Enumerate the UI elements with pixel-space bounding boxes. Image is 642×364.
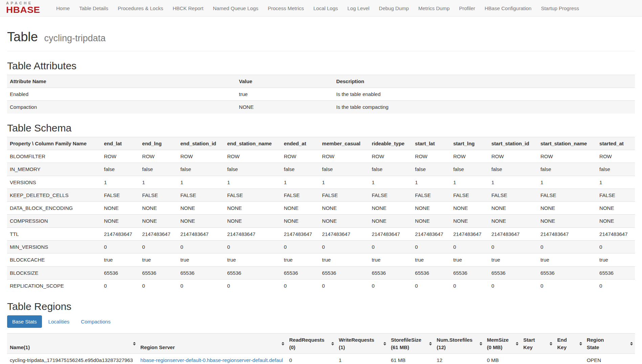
header-line: Region [587,336,627,343]
region-cell-name: cycling-tripdata,,1719475156245.e95d0a13… [7,354,138,364]
attr-col-attribute-name: Attribute Name [7,75,236,88]
schema-family-end-lng: end_lng [139,137,178,150]
nav-item-metrics-dump[interactable]: Metrics Dump [414,1,455,16]
schema-value: NONE [450,202,489,215]
schema-value: NONE [139,202,178,215]
regions-col-name-1[interactable]: Name(1) [7,334,138,354]
nav-item-local-logs-wrap: Local Logs [309,1,343,16]
nav-item-table-details[interactable]: Table Details [74,1,113,16]
schema-value: FALSE [538,189,597,201]
title-divider [7,51,635,51]
section-heading-attributes: Table Attributes [7,60,635,71]
regions-col-storefilesize-61-mb[interactable]: StorefileSize(61 MB) [388,334,434,354]
hbase-logo[interactable]: APACHE HBASE [6,1,44,15]
regions-col-readrequests-0[interactable]: ReadRequests(0) [286,334,336,354]
schema-value: 1 [139,176,178,189]
schema-property: MIN_VERSIONS [7,241,101,253]
page-title: Table [7,30,38,44]
regions-col-region-state[interactable]: RegionState [584,334,635,354]
schema-value: false [101,163,139,176]
schema-value: FALSE [597,189,635,201]
schema-value: 0 [412,279,450,292]
schema-value: NONE [538,215,597,227]
sort-arrows-icon[interactable] [579,342,582,345]
schema-value: 1 [178,176,224,189]
sort-arrows-icon[interactable] [429,342,432,345]
nav-item-process-metrics[interactable]: Process Metrics [263,1,309,16]
table-row: VERSIONS111111111111 [7,176,635,189]
schema-value: false [178,163,224,176]
sort-arrows-icon[interactable] [331,342,334,345]
regions-col-start-key[interactable]: StartKey [521,334,554,354]
nav-item-named-queue-logs-wrap: Named Queue Logs [208,1,263,16]
nav-item-startup-progress-wrap: Startup Progress [536,1,584,16]
nav-item-profiler[interactable]: Profiler [455,1,480,16]
attr-col-value: Value [236,75,334,88]
sort-arrows-icon[interactable] [282,342,284,345]
schema-value: 2147483647 [139,227,178,240]
nav-item-debug-dump[interactable]: Debug Dump [374,1,414,16]
nav-item-startup-progress[interactable]: Startup Progress [536,1,584,16]
schema-property: COMPRESSION [7,215,101,227]
sort-arrows-icon[interactable] [516,342,518,345]
section-heading-regions: Table Regions [7,301,635,312]
schema-value: NONE [178,215,224,227]
regions-col-num-storefiles-12[interactable]: Num.Storefiles(12) [434,334,484,354]
nav-item-hbase-configuration[interactable]: HBase Configuration [480,1,536,16]
schema-value: false [319,163,369,176]
sort-arrows-icon[interactable] [480,342,482,345]
nav-item-hbck-report[interactable]: HBCK Report [168,1,208,16]
schema-family-member-casual: member_casual [319,137,369,150]
schema-value: 65536 [224,266,281,279]
regions-table: Name(1)Region ServerReadRequests(0)Write… [7,333,635,364]
section-heading-schema: Table Schema [7,122,635,134]
tab-base-stats[interactable]: Base Stats [7,315,42,328]
header-line: State [587,344,627,351]
table-row: TTL2147483647214748364721474836472147483… [7,227,635,240]
tab-compactions[interactable]: Compactions [76,315,116,328]
schema-value: 1 [224,176,281,189]
nav-item-named-queue-logs[interactable]: Named Queue Logs [208,1,263,16]
schema-value: 2147483647 [101,227,139,240]
table-row: DATA_BLOCK_ENCODINGNONENONENONENONENONEN… [7,202,635,215]
sort-arrows-icon[interactable] [383,342,386,345]
table-row: BLOCKSIZE6553665536655366553665536655366… [7,266,635,279]
regions-col-writerequests-1[interactable]: WriteRequests(1) [336,334,388,354]
regions-col-end-key[interactable]: EndKey [554,334,584,354]
tab-localities[interactable]: Localities [43,315,75,328]
schema-value: 65536 [139,266,178,279]
schema-value: true [224,253,281,266]
schema-value: NONE [319,202,369,215]
navbar-menu: HomeTable DetailsProcedures & LocksHBCK … [51,1,584,16]
table-row: REPLICATION_SCOPE000000000000 [7,279,635,292]
schema-value: NONE [597,215,635,227]
header-line: ReadRequests [289,336,329,343]
schema-value: ROW [597,150,635,163]
sort-arrows-icon[interactable] [133,342,136,345]
nav-item-procedures-locks[interactable]: Procedures & Locks [113,1,168,16]
nav-item-home[interactable]: Home [51,1,74,16]
sort-arrows-icon[interactable] [550,342,552,345]
region-cell-mem-size: 0 MB [484,354,521,364]
nav-item-home-wrap: Home [51,1,74,16]
schema-value: 0 [319,241,369,253]
schema-value: ROW [538,150,597,163]
sort-arrows-icon[interactable] [630,342,633,345]
nav-item-local-logs[interactable]: Local Logs [309,1,343,16]
schema-value: false [224,163,281,176]
schema-value: true [412,253,450,266]
nav-item-log-level[interactable]: Log Level [343,1,374,16]
region-server-link[interactable]: hbase-regionserver-default-0.hbase-regio… [140,357,283,364]
schema-property: KEEP_DELETED_CELLS [7,189,101,201]
regions-col-memsize-0-mb[interactable]: MemSize(0 MB) [484,334,521,354]
region-cell-write-requests: 1 [336,354,388,364]
schema-value: 0 [450,241,489,253]
schema-value: false [369,163,412,176]
schema-value: 0 [369,279,412,292]
regions-col-region-server[interactable]: Region Server [138,334,287,354]
header-line: Name(1) [10,344,130,351]
schema-value: true [101,253,139,266]
schema-value: FALSE [281,189,319,201]
schema-property: IN_MEMORY [7,163,101,176]
schema-value: FALSE [178,189,224,201]
